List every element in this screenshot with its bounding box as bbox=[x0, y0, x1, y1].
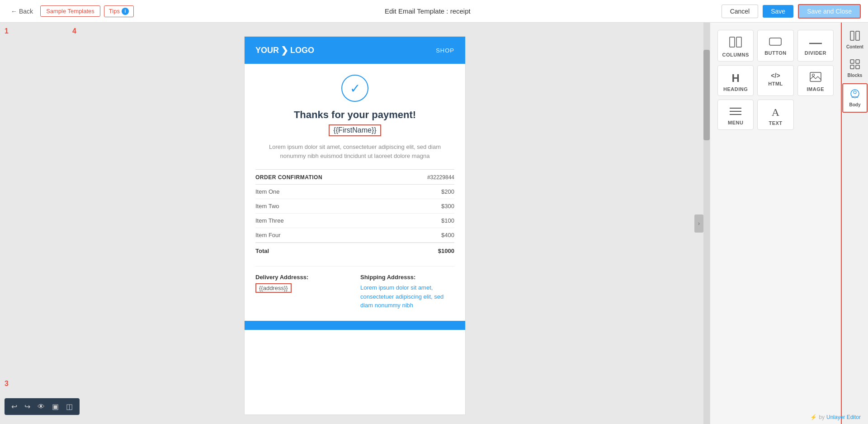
main-layout: 1 4 3 YOUR ❯ LOGO SHOP ✓ Thanks for your… bbox=[0, 23, 868, 424]
svg-point-5 bbox=[812, 74, 814, 76]
item-price: $300 bbox=[441, 203, 454, 210]
panel-item-heading[interactable]: H HEADING bbox=[717, 65, 754, 96]
scrollbar-track bbox=[703, 23, 710, 424]
save-button[interactable]: Save bbox=[763, 5, 793, 18]
side-tabs: Content Blocks bbox=[841, 23, 868, 424]
order-number: #32229844 bbox=[427, 174, 454, 181]
item-name: Item Two bbox=[255, 203, 279, 210]
svg-rect-2 bbox=[769, 38, 781, 45]
total-price: $1000 bbox=[438, 248, 454, 254]
text-label: TEXT bbox=[761, 120, 789, 126]
panel-item-text[interactable]: A TEXT bbox=[757, 100, 793, 130]
body-tab-label: Body bbox=[849, 102, 861, 107]
desktop-view-button[interactable]: ▣ bbox=[49, 401, 62, 412]
columns-icon bbox=[722, 37, 750, 50]
image-label: IMAGE bbox=[802, 86, 830, 92]
order-table: ORDER CONFIRMATION #32229844 Item One $2… bbox=[255, 169, 454, 259]
svg-rect-12 bbox=[856, 60, 859, 63]
mobile-view-button[interactable]: ◫ bbox=[63, 401, 76, 412]
scrollbar-thumb[interactable] bbox=[703, 50, 710, 140]
table-row: Item Four $400 bbox=[255, 228, 454, 243]
svg-rect-10 bbox=[856, 31, 859, 40]
table-row: Item One $200 bbox=[255, 185, 454, 199]
order-confirmation-label: ORDER CONFIRMATION bbox=[255, 174, 322, 181]
button-label: BUTTON bbox=[761, 50, 789, 56]
button-icon bbox=[761, 37, 789, 48]
tab-body[interactable]: Body bbox=[842, 83, 868, 113]
shipping-address-text: Lorem ipsum dolor sit amet, consectetuer… bbox=[360, 283, 454, 310]
firstname-variable: {{FirstName}} bbox=[329, 124, 381, 136]
blocks-tab-icon bbox=[850, 59, 860, 71]
panel-item-html[interactable]: </> HTML bbox=[757, 65, 793, 96]
panel-item-button[interactable]: BUTTON bbox=[757, 30, 793, 62]
svg-rect-11 bbox=[850, 60, 854, 63]
image-icon bbox=[802, 72, 830, 85]
heading-icon: H bbox=[722, 72, 750, 85]
top-bar-right: Cancel Save Save and Close bbox=[722, 4, 861, 19]
panel-item-columns[interactable]: COLUMNS bbox=[717, 30, 754, 62]
sample-templates-button[interactable]: Sample Templates bbox=[40, 5, 100, 17]
undo-button[interactable]: ↩ bbox=[8, 401, 20, 412]
order-header-row: ORDER CONFIRMATION #32229844 bbox=[255, 170, 454, 185]
tips-button[interactable]: Tips i bbox=[104, 5, 134, 17]
svg-point-16 bbox=[854, 91, 856, 94]
item-name: Item One bbox=[255, 188, 279, 195]
email-body: ✓ Thanks for your payment! {{FirstName}}… bbox=[245, 64, 465, 321]
delivery-address-col: Delivery Addresss: {{address}} bbox=[255, 274, 349, 310]
back-label: Back bbox=[19, 8, 33, 15]
unlayer-link[interactable]: Unlayer Editor bbox=[826, 414, 861, 420]
email-preview: YOUR ❯ LOGO SHOP ✓ Thanks for your payme… bbox=[244, 36, 466, 415]
lightning-icon: ⚡ bbox=[810, 414, 817, 420]
blocks-tab-label: Blocks bbox=[848, 73, 863, 78]
cancel-button[interactable]: Cancel bbox=[722, 5, 759, 18]
address-section: Delivery Addresss: {{address}} Shipping … bbox=[255, 266, 454, 310]
save-and-close-button[interactable]: Save and Close bbox=[798, 4, 861, 19]
payment-title: Thanks for your payment! bbox=[255, 109, 454, 121]
delivery-address-title: Delivery Addresss: bbox=[255, 274, 349, 281]
table-row: Item Two $300 bbox=[255, 199, 454, 214]
panel-item-menu[interactable]: MENU bbox=[717, 100, 754, 130]
back-arrow-icon: ← bbox=[11, 8, 17, 15]
panel-item-image[interactable]: IMAGE bbox=[797, 65, 834, 96]
label-4: 4 bbox=[72, 27, 76, 35]
item-price: $400 bbox=[441, 232, 454, 238]
page-title: Edit Email Template : receipt bbox=[134, 7, 722, 15]
divider-label: DIVIDER bbox=[802, 50, 830, 56]
content-tab-label: Content bbox=[846, 44, 863, 49]
info-icon: i bbox=[122, 8, 129, 15]
right-panel: COLUMNS BUTTON bbox=[710, 23, 868, 424]
menu-label: MENU bbox=[722, 120, 750, 125]
email-header: YOUR ❯ LOGO SHOP bbox=[245, 37, 465, 64]
email-lorem-text: Lorem ipsum dolor sit amet, consectetuer… bbox=[255, 143, 454, 160]
order-total-row: Total $1000 bbox=[255, 243, 454, 259]
html-label: HTML bbox=[761, 81, 789, 86]
svg-rect-4 bbox=[810, 72, 821, 81]
menu-icon bbox=[722, 106, 750, 118]
panel-item-divider[interactable]: DIVIDER bbox=[797, 30, 834, 62]
redo-button[interactable]: ↪ bbox=[21, 401, 33, 412]
tips-label: Tips bbox=[109, 8, 120, 14]
tab-content[interactable]: Content bbox=[842, 26, 868, 54]
address-variable: {{address}} bbox=[255, 283, 292, 293]
unlayer-prefix: by bbox=[819, 414, 825, 420]
check-circle-icon: ✓ bbox=[341, 75, 368, 102]
svg-rect-14 bbox=[856, 65, 859, 69]
email-logo: YOUR ❯ LOGO bbox=[255, 45, 314, 56]
back-button[interactable]: ← Back bbox=[7, 6, 37, 17]
preview-button[interactable]: 👁 bbox=[34, 401, 48, 412]
label-3: 3 bbox=[5, 380, 9, 388]
content-panel: COLUMNS BUTTON bbox=[710, 23, 841, 424]
total-label: Total bbox=[255, 248, 269, 254]
panel-collapse-handle[interactable]: › bbox=[694, 214, 703, 233]
item-price: $100 bbox=[441, 217, 454, 224]
svg-rect-13 bbox=[850, 65, 854, 69]
item-name: Item Four bbox=[255, 232, 281, 238]
columns-label: COLUMNS bbox=[722, 52, 750, 57]
body-tab-icon bbox=[850, 89, 860, 101]
unlayer-footer: ⚡ by Unlayer Editor bbox=[810, 414, 861, 420]
logo-logo: LOGO bbox=[290, 46, 314, 55]
table-row: Item Three $100 bbox=[255, 214, 454, 228]
checkmark-icon: ✓ bbox=[350, 81, 360, 96]
tab-blocks[interactable]: Blocks bbox=[842, 55, 868, 82]
shipping-address-col: Shipping Addresss: Lorem ipsum dolor sit… bbox=[360, 274, 454, 310]
